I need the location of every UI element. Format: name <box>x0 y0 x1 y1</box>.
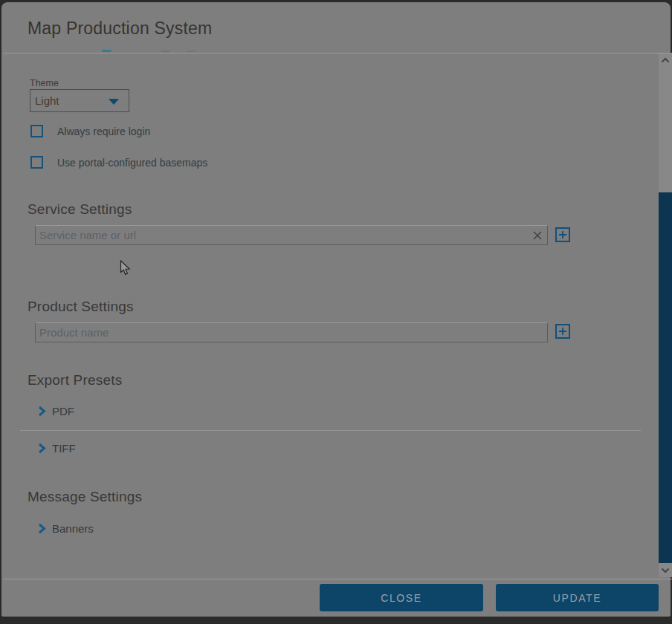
chevron-up-icon <box>661 57 670 63</box>
message-settings-heading: Message Settings <box>28 489 142 505</box>
update-button[interactable]: UPDATE <box>496 584 659 611</box>
clear-input-icon[interactable] <box>531 229 544 242</box>
theme-dropdown[interactable]: Light <box>30 89 129 112</box>
chevron-right-icon <box>38 406 46 417</box>
app-window: { "window": { "title": "Map Production S… <box>0 0 672 624</box>
theme-dropdown-value: Light <box>35 94 59 107</box>
banners-expander[interactable]: Banners <box>38 522 94 535</box>
chevron-down-icon <box>661 568 670 573</box>
export-presets-heading: Export Presets <box>28 372 122 389</box>
checkbox-label: Always require login <box>57 126 150 137</box>
clipped-scrolled-content <box>187 51 196 52</box>
expander-label: TIFF <box>52 442 76 455</box>
footer-divider <box>3 579 672 579</box>
clipped-scrolled-content <box>102 50 112 52</box>
chevron-down-icon <box>109 99 119 105</box>
clipped-scrolled-content <box>161 51 170 52</box>
checkbox-row-always-require-login[interactable]: Always require login <box>30 125 150 137</box>
header-divider <box>3 53 672 53</box>
scroll-down-button[interactable] <box>659 564 672 577</box>
chevron-right-icon <box>38 443 46 454</box>
always-require-login-checkbox[interactable] <box>30 125 43 137</box>
export-preset-tiff-expander[interactable]: TIFF <box>38 442 76 455</box>
service-settings-heading: Service Settings <box>28 201 132 218</box>
checkbox-label: Use portal-configured basemaps <box>57 157 207 169</box>
export-items-divider <box>20 430 641 431</box>
plus-icon <box>558 230 567 239</box>
product-name-input[interactable] <box>35 322 548 342</box>
product-settings-heading: Product Settings <box>28 299 134 315</box>
expander-label: Banners <box>52 522 94 535</box>
mouse-cursor <box>120 260 131 276</box>
dialog-title: Map Production System <box>28 19 212 39</box>
checkbox-row-portal-basemaps[interactable]: Use portal-configured basemaps <box>30 156 207 169</box>
map-production-dialog: Map Production System Theme Light Always… <box>1 2 671 617</box>
scroll-up-button[interactable] <box>659 53 672 67</box>
export-preset-pdf-expander[interactable]: PDF <box>38 405 74 417</box>
scrollbar-thumb[interactable] <box>659 192 672 563</box>
close-button[interactable]: CLOSE <box>320 584 483 611</box>
theme-label: Theme <box>30 78 59 88</box>
expander-label: PDF <box>52 405 74 417</box>
portal-basemaps-checkbox[interactable] <box>30 156 43 169</box>
service-name-input[interactable] <box>35 225 548 245</box>
plus-icon <box>558 327 567 336</box>
scrollbar[interactable] <box>659 53 672 577</box>
add-product-button[interactable] <box>555 324 570 339</box>
add-service-button[interactable] <box>555 227 570 242</box>
chevron-right-icon <box>38 523 46 534</box>
